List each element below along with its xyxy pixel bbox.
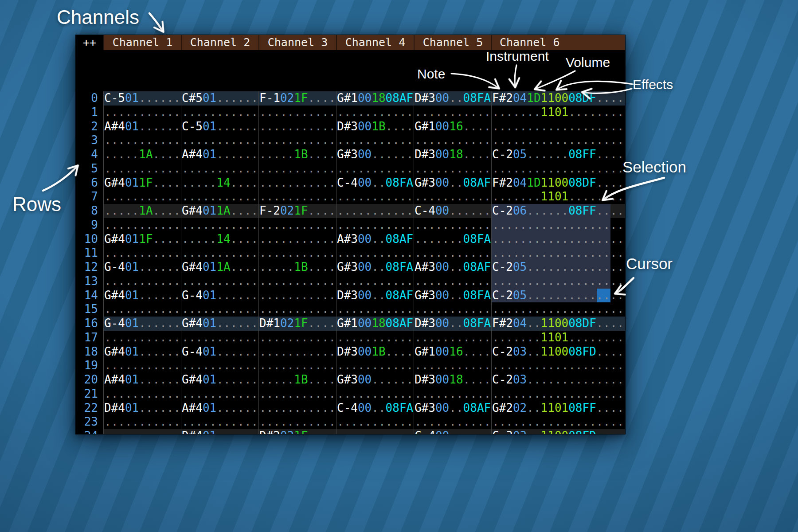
pattern-cell-ch3[interactable]: ........... (258, 106, 336, 120)
pattern-cell-ch5[interactable]: G#300..08AF (414, 176, 491, 190)
pattern-cell-ch6[interactable]: ................... (491, 274, 625, 289)
pattern-cell-ch2[interactable]: ........... (181, 218, 258, 232)
pattern-cell-ch5[interactable]: ........... (414, 302, 491, 317)
pattern-cell-ch4[interactable]: D#300..08AF (336, 289, 414, 303)
pattern-cell-ch2[interactable]: ........... (181, 246, 258, 260)
pattern-cell-ch4[interactable]: G#300...... (336, 148, 414, 162)
pattern-cell-ch2[interactable]: C#501...... (181, 91, 258, 106)
pattern-cell-ch1[interactable]: G#4011F.... (103, 232, 181, 246)
pattern-cell-ch5[interactable]: ........... (414, 190, 491, 204)
pattern-cell-ch1[interactable]: ........... (103, 106, 181, 120)
pattern-cell-ch3[interactable]: ........... (258, 232, 336, 246)
pattern-cell-ch6[interactable]: F#204..110008DF.... (491, 317, 625, 331)
pattern-cell-ch5[interactable]: .......08FA (414, 232, 491, 246)
channel-header-5[interactable]: Channel 5 (414, 35, 491, 50)
pattern-cell-ch2[interactable]: ........... (181, 359, 258, 373)
pattern-cell-ch1[interactable]: ........... (103, 246, 181, 260)
pattern-cell-ch6[interactable]: C-205.............. (491, 260, 625, 274)
pattern-cell-ch6[interactable]: C-205......08FF.... (491, 148, 625, 162)
pattern-cell-ch4[interactable]: ........... (336, 218, 414, 232)
pattern-cell-ch6[interactable]: F#2041D110008DF.... (491, 91, 625, 106)
pattern-cell-ch5[interactable]: D#300..08FA (414, 91, 491, 106)
channel-header-6[interactable]: Channel 6 (491, 35, 625, 50)
channel-header-1[interactable]: Channel 1 (103, 35, 181, 50)
pattern-cell-ch2[interactable]: ........... (181, 162, 258, 176)
pattern-cell-ch6[interactable]: .......1101........ (491, 190, 625, 204)
pattern-cell-ch1[interactable]: .....1A.... (103, 148, 181, 162)
pattern-cell-ch5[interactable]: G#300..08FA (414, 289, 491, 303)
pattern-cell-ch2[interactable]: A#401...... (181, 401, 258, 415)
pattern-cell-ch5[interactable]: ........... (414, 415, 491, 429)
pattern-cell-ch4[interactable]: C-400..08FA (336, 401, 414, 415)
pattern-cell-ch1[interactable]: D#401...... (103, 401, 181, 415)
pattern-cell-ch3[interactable]: F-2021F.... (258, 204, 336, 218)
pattern-cell-ch3[interactable]: D#1021F.... (258, 317, 336, 331)
pattern-cell-ch3[interactable]: F-1021F.... (258, 91, 336, 106)
pattern-cell-ch5[interactable]: ........... (414, 133, 491, 148)
pattern-cell-ch5[interactable]: ........... (414, 106, 491, 120)
pattern-cell-ch3[interactable]: ........... (258, 289, 336, 303)
pattern-cell-ch1[interactable]: A#401...... (103, 373, 181, 387)
pattern-cell-ch5[interactable]: D#30018.... (414, 373, 491, 387)
pattern-cell-ch3[interactable]: ........... (258, 387, 336, 401)
pattern-cell-ch1[interactable]: ........... (103, 274, 181, 289)
pattern-cell-ch6[interactable]: ................... (491, 359, 625, 373)
pattern-cell-ch5[interactable]: C-400...... (414, 429, 491, 434)
channel-header-3[interactable]: Channel 3 (258, 35, 336, 50)
pattern-cell-ch6[interactable]: C-206......08FF.... (491, 204, 625, 218)
pattern-cell-ch4[interactable]: D#3001B.... (336, 120, 414, 134)
pattern-cell-ch1[interactable]: ........... (103, 387, 181, 401)
pattern-cell-ch1[interactable]: ........... (103, 415, 181, 429)
pattern-cell-ch1[interactable]: G#4011F.... (103, 176, 181, 190)
pattern-cell-ch5[interactable]: G#300..08AF (414, 401, 491, 415)
pattern-cell-ch3[interactable]: ........... (258, 162, 336, 176)
pattern-cell-ch1[interactable]: ........... (103, 302, 181, 317)
pattern-cell-ch6[interactable]: C-203..110008FD.... (491, 345, 625, 359)
pattern-cell-ch4[interactable]: ........... (336, 274, 414, 289)
pattern-cell-ch1[interactable]: ........... (103, 331, 181, 345)
pattern-cell-ch6[interactable]: .......1101........ (491, 106, 625, 120)
pattern-cell-ch1[interactable]: G-401...... (103, 260, 181, 274)
pattern-cell-ch5[interactable]: D#30018.... (414, 148, 491, 162)
pattern-cell-ch5[interactable]: D#300..08FA (414, 317, 491, 331)
pattern-cell-ch6[interactable]: C-303..110008FD.... (491, 429, 625, 434)
pattern-cell-ch5[interactable]: A#300..08AF (414, 260, 491, 274)
pattern-cell-ch1[interactable]: G#401...... (103, 345, 181, 359)
pattern-cell-ch6[interactable]: F#2041D110008DF.... (491, 176, 625, 190)
pattern-cell-ch6[interactable]: ................... (491, 218, 625, 232)
pattern-cell-ch1[interactable]: ........... (103, 190, 181, 204)
pattern-cell-ch5[interactable]: G#10016.... (414, 345, 491, 359)
pattern-cell-ch2[interactable]: C-501...... (181, 120, 258, 134)
pattern-cell-ch2[interactable]: ........... (181, 387, 258, 401)
pattern-cell-ch4[interactable]: ........... (336, 302, 414, 317)
pattern-cell-ch6[interactable]: ................... (491, 415, 625, 429)
pattern-cell-ch4[interactable]: G#1001808AF (336, 91, 414, 106)
pattern-cell-ch3[interactable]: ........... (258, 345, 336, 359)
pattern-cell-ch3[interactable]: D#2021F.... (258, 429, 336, 434)
pattern-cell-ch3[interactable]: ........... (258, 133, 336, 148)
pattern-cell-ch4[interactable]: C-400..08FA (336, 176, 414, 190)
pattern-cell-ch3[interactable]: .....1B.... (258, 373, 336, 387)
pattern-cell-ch4[interactable]: ........... (336, 190, 414, 204)
pattern-cell-ch2[interactable]: ........... (181, 133, 258, 148)
pattern-cell-ch2[interactable]: G#401...... (181, 373, 258, 387)
pattern-cell-ch1[interactable]: ........... (103, 162, 181, 176)
pattern-cell-ch4[interactable]: ........... (336, 106, 414, 120)
pattern-cell-ch2[interactable]: .....14.... (181, 232, 258, 246)
pattern-cell-ch2[interactable]: .....14.... (181, 176, 258, 190)
pattern-cell-ch1[interactable]: G-401...... (103, 317, 181, 331)
pattern-cell-ch5[interactable]: ........... (414, 218, 491, 232)
pattern-cell-ch4[interactable]: ........... (336, 133, 414, 148)
pattern-cell-ch6[interactable]: ................... (491, 387, 625, 401)
pattern-cell-ch5[interactable]: ........... (414, 274, 491, 289)
pattern-cell-ch6[interactable]: ................... (491, 302, 625, 317)
pattern-cell-ch4[interactable]: ........... (336, 387, 414, 401)
pattern-cell-ch2[interactable]: A#401...... (181, 148, 258, 162)
pattern-cell-ch2[interactable]: ........... (181, 106, 258, 120)
pattern-cell-ch5[interactable]: ........... (414, 162, 491, 176)
pattern-cell-ch2[interactable]: G-401...... (181, 289, 258, 303)
pattern-cell-ch4[interactable]: ........... (336, 162, 414, 176)
channel-header-2[interactable]: Channel 2 (181, 35, 258, 50)
pattern-cell-ch1[interactable]: G#401...... (103, 289, 181, 303)
pattern-cell-ch3[interactable]: ........... (258, 415, 336, 429)
